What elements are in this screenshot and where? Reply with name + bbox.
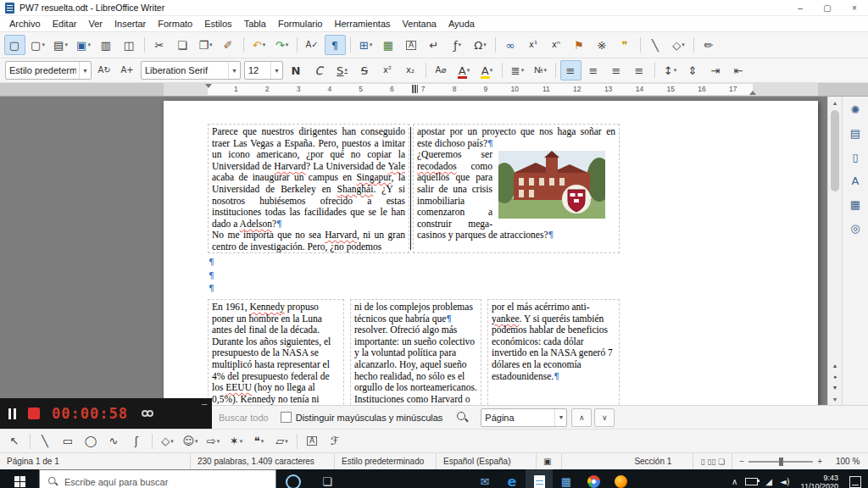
cross-reference-icon[interactable]: ※ <box>592 35 613 55</box>
mail-icon[interactable]: ✉ <box>471 469 498 488</box>
tray-expand-icon[interactable]: ∧ <box>732 477 737 486</box>
menu-item[interactable]: Ventana <box>397 19 442 29</box>
scroll-up-arrow[interactable]: ▲ <box>828 97 842 108</box>
ellipse-icon[interactable]: ◯ <box>81 431 102 452</box>
bottom-column-2[interactable]: ni de los complejos problemas técnicos q… <box>350 299 481 405</box>
save-status-icon[interactable]: ▣ <box>537 453 562 469</box>
single-page-view-icon[interactable]: ▯ <box>700 458 704 466</box>
highlight-color-icon[interactable]: A▾ <box>476 60 498 80</box>
horizontal-ruler[interactable]: 1234567891011121314151617 <box>0 83 868 97</box>
justify-icon[interactable]: ≡ <box>629 60 650 80</box>
chevron-down-icon[interactable]: ▼ <box>79 62 91 79</box>
zoom-in-button[interactable]: + <box>817 457 822 466</box>
save-icon[interactable]: ▣▾ <box>73 35 94 55</box>
match-case-checkbox[interactable] <box>281 412 292 423</box>
basic-shapes-icon[interactable]: ◇▾ <box>668 35 689 55</box>
harvard-building-image[interactable] <box>498 151 605 219</box>
page-icon[interactable]: ▯ <box>845 147 865 167</box>
navigate-by-combo[interactable]: Página ▼ <box>481 408 567 427</box>
empty-paragraphs[interactable]: ¶¶¶ <box>209 256 409 296</box>
superscript-icon[interactable]: x² <box>377 60 398 80</box>
update-style-icon[interactable]: A↻ <box>94 60 115 80</box>
navigate-by-button[interactable]: ● <box>828 371 842 382</box>
page-number-status[interactable]: Página 1 de 1 <box>0 453 191 469</box>
increase-indent-icon[interactable]: ⇥ <box>705 60 726 80</box>
menu-item[interactable]: Ver <box>82 19 108 29</box>
find-next-button[interactable]: ∨ <box>594 408 615 427</box>
minimize-button[interactable]: – <box>787 0 814 15</box>
decrease-indent-icon[interactable]: ⇤ <box>728 60 749 80</box>
line-spacing-icon[interactable]: ↕▾ <box>659 60 681 80</box>
search-icon[interactable] <box>456 411 469 424</box>
find-all-button[interactable]: Buscar todo <box>219 413 269 423</box>
menu-item[interactable]: Estilos <box>198 19 237 29</box>
numbered-list-icon[interactable]: №▾ <box>530 60 551 80</box>
bottom-column-3[interactable]: por el más acérrimo anti-yankee. Y si qu… <box>487 299 620 405</box>
paragraph-style-combo[interactable]: Estilo predeterminado ▼ <box>5 61 92 80</box>
spelling-icon[interactable]: A✓ <box>302 35 323 55</box>
freeform-line-icon[interactable]: ʃ <box>126 431 147 452</box>
menu-item[interactable]: Editar <box>47 19 83 29</box>
taskbar-search-box[interactable]: Escribe aquí para buscar <box>39 469 276 488</box>
formatting-marks-icon[interactable]: ¶ <box>325 35 346 55</box>
chevron-down-icon[interactable]: ▼ <box>270 62 282 79</box>
strikethrough-icon[interactable]: S <box>354 60 376 80</box>
comment-icon[interactable]: ❞ <box>615 35 636 55</box>
print-preview-icon[interactable]: ◫ <box>119 35 140 55</box>
open-icon[interactable]: ▤▾ <box>50 35 71 55</box>
next-page-button[interactable]: ▼ <box>828 382 842 393</box>
footnote-icon[interactable]: x¹ <box>523 35 544 55</box>
align-right-icon[interactable]: ≡ <box>606 60 627 80</box>
menu-item[interactable]: Formulario <box>272 19 329 29</box>
start-button[interactable] <box>0 469 39 488</box>
special-character-icon[interactable]: Ω▾ <box>470 35 491 55</box>
menu-item[interactable]: Insertar <box>108 19 152 29</box>
flowchart-icon[interactable]: ▱▾ <box>271 431 292 452</box>
hyperlink-icon[interactable]: ∞ <box>500 35 521 55</box>
print-icon[interactable]: ▥ <box>96 35 117 55</box>
close-button[interactable]: × <box>841 0 868 15</box>
callouts-icon[interactable]: ❝▾ <box>248 431 270 452</box>
language-status[interactable]: Español (España) <box>437 453 537 469</box>
zoom-slider-thumb[interactable] <box>779 458 783 466</box>
clone-formatting-icon[interactable]: ✐ <box>218 35 239 55</box>
styles-icon[interactable]: A <box>845 170 865 191</box>
insert-image-icon[interactable]: ▦ <box>378 35 399 55</box>
font-color-icon[interactable]: A▾ <box>453 60 475 80</box>
top-left-column[interactable]: Parece que nuestros dirigentes han conse… <box>208 124 409 253</box>
word-count-status[interactable]: 230 palabras, 1.409 caracteres <box>191 453 335 469</box>
firefox-icon[interactable] <box>607 469 634 488</box>
fontwork-icon[interactable]: ℱ <box>325 431 346 452</box>
paste-icon[interactable]: ❐▾ <box>195 35 216 55</box>
find-previous-button[interactable]: ∧ <box>571 408 592 427</box>
copy-icon[interactable]: ❏ <box>172 35 193 55</box>
select-icon[interactable]: ↖ <box>4 431 25 452</box>
maximize-button[interactable]: ▢ <box>814 0 841 15</box>
page-break-icon[interactable]: ↵ <box>424 35 445 55</box>
previous-page-button[interactable]: ▲ <box>828 360 842 371</box>
edit-frame-icon[interactable]: ▢ <box>4 35 25 55</box>
scroll-down-arrow[interactable]: ▼ <box>828 393 842 405</box>
curve-icon[interactable]: ∿ <box>103 431 125 452</box>
document-page[interactable]: Parece que nuestros dirigentes han conse… <box>164 101 818 405</box>
underline-icon[interactable]: S▾ <box>331 60 353 80</box>
stars-icon[interactable]: ✶▾ <box>225 431 247 452</box>
recorder-minimize-button[interactable]: – <box>202 398 207 408</box>
pause-button[interactable] <box>8 408 16 419</box>
bold-icon[interactable]: N <box>286 60 307 80</box>
subscript-icon[interactable]: x₂ <box>400 60 421 80</box>
task-view-button[interactable]: ❏ <box>310 469 344 488</box>
bottom-column-1[interactable]: En 1961, Kennedy propuso poner un hombre… <box>208 299 344 405</box>
action-center-icon[interactable] <box>849 476 861 488</box>
zoom-level[interactable]: 100 % <box>829 453 868 469</box>
navigator-icon[interactable]: ◎ <box>845 218 865 238</box>
paragraph-spacing-icon[interactable]: ⇕ <box>682 60 704 80</box>
menu-item[interactable]: Archivo <box>3 19 47 29</box>
indent-marker-left[interactable] <box>205 84 212 88</box>
font-name-combo[interactable]: Liberation Serif ▼ <box>141 61 241 80</box>
scrollbar-thumb[interactable] <box>831 110 839 191</box>
zoom-slider[interactable] <box>748 461 813 463</box>
chevron-down-icon[interactable]: ▼ <box>228 62 240 79</box>
menu-item[interactable]: Formato <box>152 19 198 29</box>
bullet-list-icon[interactable]: ≣▾ <box>507 60 528 80</box>
